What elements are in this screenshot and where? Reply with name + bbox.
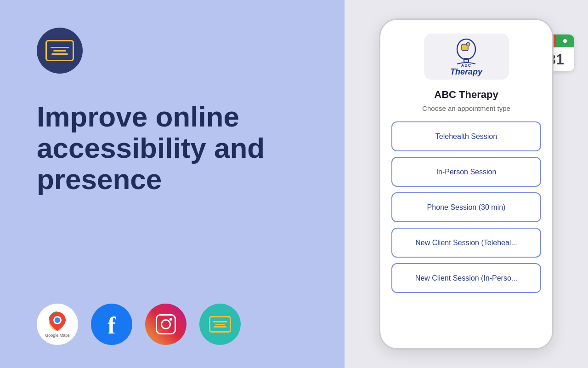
wl-2 xyxy=(215,324,225,325)
headline: Improve online accessibility and presenc… xyxy=(37,101,303,196)
www-line-2 xyxy=(53,50,66,52)
wl-3 xyxy=(214,326,226,328)
logo-therapy-text: Therapy xyxy=(450,68,482,76)
facebook-f-letter: f xyxy=(107,314,115,338)
www-icon-circle xyxy=(37,28,83,74)
www-line-3 xyxy=(51,53,68,55)
instagram-icon[interactable] xyxy=(145,304,187,345)
business-name: ABC Therapy xyxy=(434,89,498,101)
www-icon-inner xyxy=(45,40,74,61)
appointment-inperson[interactable]: In-Person Session xyxy=(391,157,541,187)
svg-point-1 xyxy=(55,317,60,323)
facebook-icon[interactable]: f xyxy=(91,304,132,345)
appointment-telehealth[interactable]: Telehealth Session xyxy=(391,121,541,151)
appointment-new-telehealth[interactable]: New Client Session (Teleheal... xyxy=(391,228,541,258)
appointment-phone[interactable]: Phone Session (30 min) xyxy=(391,192,541,222)
instagram-camera xyxy=(156,314,176,334)
svg-point-4 xyxy=(466,42,470,46)
logo-card: ABC Therapy xyxy=(424,34,509,80)
therapy-logo: ABC Therapy xyxy=(450,37,482,76)
google-maps-label: Google Maps xyxy=(45,333,70,338)
website-box xyxy=(209,316,231,333)
google-maps-icon[interactable]: Google Maps xyxy=(37,304,78,345)
appointment-new-inperson[interactable]: New Client Session (In-Perso... xyxy=(391,263,541,293)
instagram-lens xyxy=(161,319,171,329)
instagram-dot xyxy=(170,318,172,321)
phone-mockup: ABC Therapy ABC Therapy Choose an appoin… xyxy=(379,18,554,350)
appointment-label: Choose an appointment type xyxy=(422,104,510,112)
website-icon[interactable] xyxy=(199,304,241,345)
maps-pin-svg xyxy=(48,311,67,332)
therapy-head-svg xyxy=(452,37,480,65)
www-line-1 xyxy=(51,47,69,48)
wl-1 xyxy=(213,321,227,322)
right-panel: 31 ABC Therapy xyxy=(345,0,588,368)
left-panel: Improve online accessibility and presenc… xyxy=(0,0,345,368)
social-icons-row: Google Maps f xyxy=(37,304,241,345)
